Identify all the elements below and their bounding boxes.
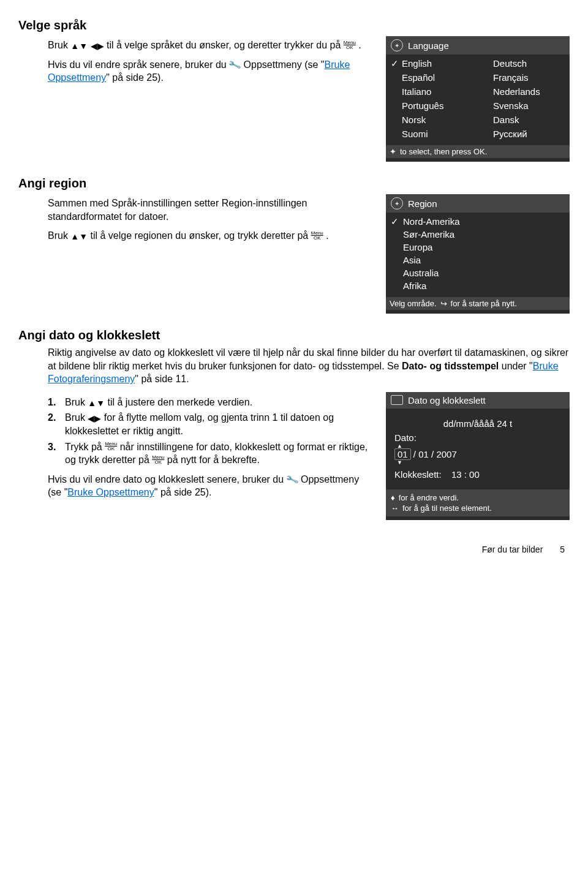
cam-lang-item: Italiano [390, 85, 475, 98]
cam-dt-time-label: Klokkeslett: [394, 469, 442, 480]
s2-p2c: . [326, 230, 328, 241]
s1-p1a: Bruk [48, 40, 70, 50]
s3-intro-bold: Dato- og tidsstempel [402, 361, 499, 371]
cam-region-item: Sør-Amerika [390, 228, 566, 241]
link-bruke-oppsettmeny-2[interactable]: Bruke Oppsettmeny [67, 487, 154, 497]
cam-region-footer: Velg område. ↩ for å starte på nytt. [386, 297, 570, 310]
cam-lang-item: Svenska [481, 99, 566, 112]
cam-dt-title: Dato og klokkeslett [408, 395, 486, 406]
heading-datetime: Angi dato og klokkeslett [18, 328, 570, 342]
cam-region-item: Afrika [390, 279, 566, 292]
globe-icon: ✦ [391, 39, 403, 51]
cam-dt-month-year: / 01 / 2007 [413, 449, 457, 459]
cam-lang-footer: ✦ to select, then press OK. [386, 145, 570, 158]
cam-dt-time: 13 : 00 [451, 469, 480, 480]
s3-after-a: Hvis du vil endre dato og klokkeslett se… [48, 474, 287, 485]
cam-dt-day: 01 [394, 448, 411, 460]
step-num: 1. [48, 396, 59, 409]
cam-lang-header: ✦ Language [386, 36, 570, 55]
cam-region-item: Asia [390, 254, 566, 266]
cam-lang-item: Dansk [481, 113, 566, 126]
footer-text: Før du tar bilder [482, 545, 543, 554]
s3-step1a: Bruk [65, 397, 88, 407]
up-down-arrow-icon: ▲▼ [70, 42, 88, 50]
section3-text: 1. Bruk ▲▼ til å justere den merkede ver… [18, 392, 375, 520]
cam-region-footer-b: for å starte på nytt. [451, 299, 517, 308]
cam-region-footer-a: Velg område. [390, 299, 437, 308]
cam-lang-item: Français [481, 71, 566, 84]
left-right-arrow-icon: ◀▶ [91, 42, 104, 50]
return-icon: ↩ [440, 299, 447, 308]
step-num: 3. [48, 440, 59, 467]
cam-dt-header: Dato og klokkeslett [386, 392, 570, 409]
s3-step2b: for å flytte mellom valg, og gjenta trin… [65, 412, 334, 436]
cam-dt-footer1: for å endre verdi. [399, 493, 459, 502]
s1-p1c: . [358, 40, 361, 50]
up-arrow-icon: ▲ [397, 443, 561, 449]
cam-lang-item: English [390, 57, 475, 70]
s3-intro-b: under " [502, 361, 533, 371]
menu-ok-icon: MenuOK [152, 455, 164, 465]
s1-p1b: til å velge språket du ønsker, og derett… [107, 40, 344, 50]
cam-region-title: Region [408, 198, 437, 209]
left-right-icon: ↔ [391, 504, 399, 513]
cam-dt-footer: ♦for å endre verdi. ↔for å gå til neste … [386, 489, 570, 516]
page-number: 5 [560, 545, 565, 554]
s3-step2a: Bruk [65, 412, 88, 423]
cam-lang-item: Norsk [390, 113, 475, 126]
s3-after-c: " på side 25). [154, 487, 212, 497]
up-down-arrow-icon: ▲▼ [88, 399, 105, 407]
four-way-icon: ✦ [390, 147, 396, 156]
cam-lang-item: Português [390, 99, 475, 112]
cam-dt-format: dd/mm/åååå 24 t [394, 418, 561, 429]
s1-p2a: Hvis du vil endre språk senere, bruker d… [48, 59, 229, 70]
cam-lang-item: Nederlands [481, 85, 566, 98]
up-down-arrow-icon: ▲▼ [70, 232, 88, 241]
menu-ok-icon: MenuOK [311, 231, 323, 241]
step-num: 2. [48, 411, 59, 437]
cam-dt-date-label: Dato: [394, 432, 417, 443]
cam-lang-footer-text: to select, then press OK. [400, 147, 487, 156]
heading-language: Velge språk [18, 18, 570, 32]
cam-region-header: ✦ Region [386, 194, 570, 213]
s2-p2b: til å velge regionen du ønsker, og trykk… [91, 230, 311, 241]
left-right-arrow-icon: ◀▶ [88, 414, 101, 423]
section1-text: Bruk ▲▼ ◀▶ til å velge språket du ønsker… [18, 36, 375, 162]
heading-region: Angi region [18, 176, 570, 191]
cam-region-item: Australia [390, 266, 566, 279]
page-footer: Før du tar bilder 5 [18, 545, 570, 554]
s3-step3a: Trykk på [65, 442, 105, 452]
camera-screen-language: ✦ Language English Deutsch Español Franç… [386, 36, 570, 162]
section2-text: Sammen med Språk-innstillingen setter Re… [18, 194, 375, 314]
s2-p1: Sammen med Språk-innstillingen setter Re… [48, 197, 375, 223]
s3-step1b: til å justere den merkede verdien. [108, 397, 253, 407]
cam-dt-footer2: for å gå til neste element. [402, 504, 492, 513]
s1-p2b: Oppsettmeny (se " [244, 59, 325, 70]
cam-lang-title: Language [408, 40, 449, 51]
clock-icon [391, 395, 403, 405]
cam-region-item: Europa [390, 241, 566, 254]
wrench-icon: 🔧 [285, 472, 300, 488]
cam-lang-item: Русский [481, 127, 566, 140]
wrench-icon: 🔧 [227, 57, 243, 73]
down-arrow-icon: ▼ [397, 459, 561, 466]
s3-intro-c: " på side 11. [135, 374, 189, 384]
cam-lang-item: Suomi [390, 127, 475, 140]
cam-region-item: Nord-Amerika [390, 215, 566, 228]
camera-screen-region: ✦ Region Nord-Amerika Sør-Amerika Europa… [386, 194, 570, 314]
up-down-icon: ♦ [391, 493, 395, 502]
camera-screen-datetime: Dato og klokkeslett dd/mm/åååå 24 t Dato… [386, 392, 570, 520]
menu-ok-icon: MenuOK [344, 40, 356, 50]
menu-ok-icon: MenuOK [105, 442, 117, 451]
cam-lang-item: Deutsch [481, 57, 566, 70]
globe-icon: ✦ [391, 197, 403, 209]
cam-lang-item: Español [390, 71, 475, 84]
s1-p2c: " på side 25). [106, 72, 164, 83]
s2-p2a: Bruk [48, 230, 70, 241]
s3-step3c: på nytt for å bekrefte. [167, 455, 260, 465]
